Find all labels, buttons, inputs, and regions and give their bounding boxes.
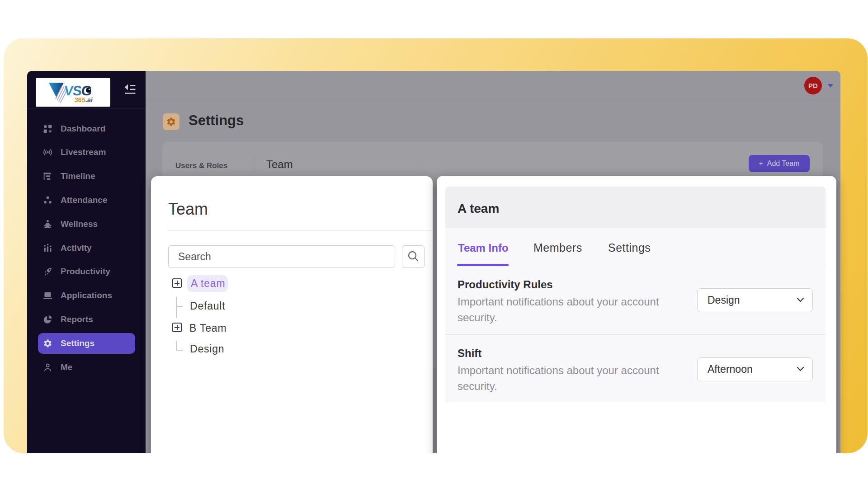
svg-text:365.ai: 365.ai	[74, 96, 93, 103]
